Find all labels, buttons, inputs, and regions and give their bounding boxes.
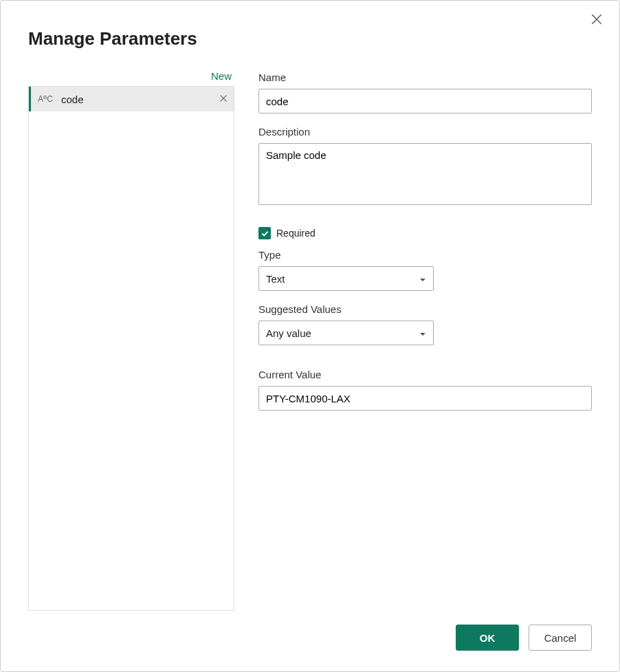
suggested-values-label: Suggested Values <box>258 303 592 315</box>
parameter-list: ABC code <box>28 86 234 611</box>
check-icon <box>261 229 269 238</box>
dialog-footer: OK Cancel <box>28 625 592 651</box>
delete-icon <box>219 94 228 103</box>
required-checkbox[interactable] <box>258 227 271 239</box>
type-value: Text <box>266 273 285 285</box>
parameter-form: Name Description Sample code Required Ty… <box>258 70 592 611</box>
chevron-down-icon <box>419 273 426 284</box>
close-icon <box>590 13 603 25</box>
parameter-name: code <box>61 94 219 105</box>
description-label: Description <box>258 126 592 138</box>
delete-parameter-button[interactable] <box>219 94 228 105</box>
text-type-icon: ABC <box>38 94 53 104</box>
description-input[interactable]: Sample code <box>258 143 592 205</box>
close-button[interactable] <box>590 13 604 27</box>
suggested-value: Any value <box>266 327 311 339</box>
dialog-content: New ABC code Name Description Sample cod… <box>28 70 592 611</box>
cancel-button[interactable]: Cancel <box>529 625 592 651</box>
chevron-down-icon <box>419 327 426 338</box>
ok-button[interactable]: OK <box>456 625 519 651</box>
type-label: Type <box>258 249 592 261</box>
current-value-label: Current Value <box>258 369 592 380</box>
dialog-title: Manage Parameters <box>28 28 592 50</box>
suggested-values-dropdown[interactable]: Any value <box>258 321 434 345</box>
name-label: Name <box>258 72 592 83</box>
manage-parameters-dialog: Manage Parameters New ABC code Name Desc… <box>0 0 620 672</box>
current-value-input[interactable] <box>258 386 592 411</box>
name-input[interactable] <box>258 89 592 113</box>
type-dropdown[interactable]: Text <box>258 266 434 291</box>
parameter-item[interactable]: ABC code <box>29 87 234 111</box>
required-row: Required <box>258 227 592 239</box>
parameters-panel: New ABC code <box>28 70 234 611</box>
required-label: Required <box>276 228 315 239</box>
new-parameter-link[interactable]: New <box>28 70 234 82</box>
